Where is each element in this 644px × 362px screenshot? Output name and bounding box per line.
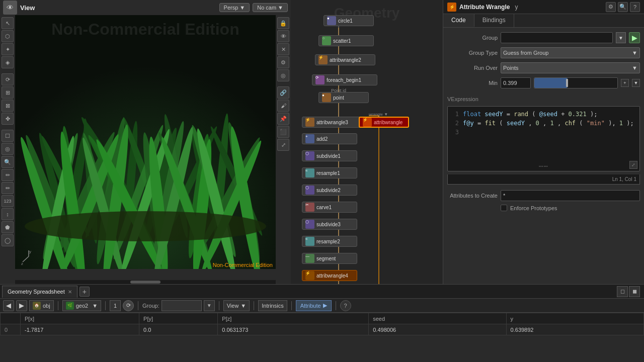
group-type-dropdown[interactable]: Guess from Group ▼ bbox=[501, 47, 640, 58]
geo-dropdown[interactable]: 🌿 geo2 ▼ bbox=[62, 300, 101, 311]
enforce-checkbox[interactable] bbox=[501, 205, 507, 211]
back-btn[interactable]: ◀ bbox=[3, 300, 14, 311]
vex-line-2: 2 f@y = fit ( seedY , 0 , 1 , chf ( bbox=[451, 119, 636, 128]
group-dropdown-btn[interactable]: ▼ bbox=[616, 32, 626, 43]
spreadsheet-tabs: Geometry Spreadsheet ✕ + ◻ ◼ bbox=[0, 285, 644, 299]
separator-1 bbox=[58, 301, 58, 310]
expand-tool[interactable]: ⤢ bbox=[277, 139, 289, 151]
node-segment1[interactable]: — segment bbox=[302, 253, 357, 264]
node-attribwrangle2[interactable]: ⚡ attribwrangle2 bbox=[315, 54, 375, 65]
persp-button[interactable]: Persp ▼ bbox=[219, 3, 250, 12]
attribute-btn[interactable]: Attribute ▶ bbox=[296, 300, 332, 311]
node-scatter1[interactable]: ⁘ scatter1 bbox=[318, 35, 374, 46]
snap-buttons: ◻ ◼ bbox=[617, 286, 640, 297]
svg-text:y: y bbox=[29, 249, 31, 254]
lock-tool[interactable]: 🔒 bbox=[277, 17, 289, 29]
select-tool-3[interactable]: ✦ bbox=[2, 43, 14, 55]
spreadsheet-table: P[x] P[y] P[z] seed y 0 -1.7817 0.0 0.06… bbox=[0, 313, 644, 335]
viewport: 👁 View Persp ▼ No cam ▼ ↖ ⬡ ✦ ◈ ⟳ ⊞ ⊠ ✤ bbox=[0, 0, 291, 284]
select-tool-4[interactable]: ◈ bbox=[2, 56, 14, 68]
gear-tool[interactable]: ⚙ bbox=[277, 56, 289, 68]
spreadsheet-table-wrap: P[x] P[y] P[z] seed y 0 -1.7817 0.0 0.06… bbox=[0, 313, 644, 362]
node-subdivide1[interactable]: ⬡ subdivide1 bbox=[302, 150, 357, 161]
table-header-row: P[x] P[y] P[z] seed y bbox=[1, 313, 644, 324]
node-point1[interactable]: ● point bbox=[318, 92, 369, 103]
panel-titlebar: ⚡ Attribute Wrangle y ⚙ 🔍 ? bbox=[443, 0, 644, 14]
tool9[interactable]: ✏ bbox=[2, 169, 14, 181]
x-tool[interactable]: ✕ bbox=[277, 43, 289, 55]
node-attribwrangle4[interactable]: ⚡ attribwrangle4 bbox=[302, 270, 357, 281]
tool14[interactable]: ◯ bbox=[2, 234, 14, 246]
tab-bindings[interactable]: Bindings bbox=[474, 14, 514, 27]
tool13[interactable]: ⬟ bbox=[2, 221, 14, 233]
min-slider[interactable] bbox=[534, 77, 618, 88]
snap-btn-1[interactable]: ◻ bbox=[617, 286, 628, 297]
search-icon[interactable]: 🔍 bbox=[618, 2, 628, 12]
axis-label: z y bbox=[20, 248, 38, 266]
snap-tool[interactable]: ◎ bbox=[277, 69, 289, 81]
add-tab-btn[interactable]: + bbox=[79, 287, 90, 297]
help-btn[interactable]: ? bbox=[340, 300, 351, 311]
select2-tool[interactable]: ⬛ bbox=[277, 126, 289, 138]
filter-btn[interactable]: ▼ bbox=[204, 300, 215, 311]
min-row: Min 0.399 + ▼ bbox=[447, 77, 640, 89]
node-resample2[interactable]: ≈ resample2 bbox=[302, 236, 357, 247]
snap-btn-2[interactable]: ◼ bbox=[629, 286, 640, 297]
viewport-scrollbar-h[interactable] bbox=[15, 280, 276, 284]
enforce-row: Enforce Prototypes bbox=[447, 205, 640, 211]
panel-title-icons: ⚙ 🔍 ? bbox=[606, 2, 640, 12]
tool5[interactable]: ✤ bbox=[2, 113, 14, 125]
tool8[interactable]: 🔍 bbox=[2, 156, 14, 168]
tool6[interactable]: ☐ bbox=[2, 130, 14, 142]
sheet-tab-close[interactable]: ✕ bbox=[68, 289, 72, 295]
panel-title-sub: y bbox=[515, 4, 518, 11]
tab-code[interactable]: Code bbox=[443, 14, 474, 27]
vex-expand-btn[interactable]: ⤢ bbox=[629, 161, 637, 169]
snap2-tool[interactable]: 🔗 bbox=[277, 86, 289, 99]
spreadsheet-tab[interactable]: Geometry Spreadsheet ✕ bbox=[2, 286, 77, 298]
more-icon[interactable]: ▼ bbox=[632, 79, 640, 87]
node-resample1[interactable]: ≈ resample1 bbox=[302, 167, 357, 178]
viewport-left-toolbar: ↖ ⬡ ✦ ◈ ⟳ ⊞ ⊠ ✤ ☐ ◎ 🔍 ✏ ✏ 123 ↕ ⬟ ◯ bbox=[0, 15, 15, 269]
tool12[interactable]: ↕ bbox=[2, 208, 14, 220]
refresh-btn[interactable]: ⟳ bbox=[123, 300, 134, 311]
node-attribwrangle-selected[interactable]: ⚡ attribwrangle bbox=[359, 117, 409, 128]
node-add2[interactable]: + add2 bbox=[302, 133, 357, 144]
tool11[interactable]: 123 bbox=[2, 195, 14, 207]
settings-icon[interactable]: ⚙ bbox=[606, 2, 616, 12]
group-dropdown[interactable] bbox=[501, 32, 613, 43]
select-tool[interactable]: ↖ bbox=[2, 17, 14, 29]
pin-tool[interactable]: 📌 bbox=[277, 113, 289, 125]
node-circle1[interactable]: ● circle1 bbox=[324, 15, 374, 26]
expand-icon[interactable]: + bbox=[621, 79, 629, 87]
node-subdivide3[interactable]: ⬡ subdivide3 bbox=[302, 219, 357, 230]
run-over-dropdown[interactable]: Points ▼ bbox=[501, 62, 640, 73]
node-subdivide2[interactable]: ⬡ subdivide2 bbox=[302, 185, 357, 196]
view-dropdown[interactable]: View ▼ bbox=[223, 300, 250, 311]
scale-tool[interactable]: ⊠ bbox=[2, 100, 14, 112]
attr-create-input[interactable] bbox=[501, 190, 640, 201]
node-path-dropdown[interactable]: 🏠 obj bbox=[29, 300, 54, 311]
vex-editor[interactable]: 1 float seedY = rand ( @seed + 0.321 ); bbox=[447, 106, 640, 171]
paint-tool[interactable]: 🖌 bbox=[277, 100, 289, 112]
rotate-tool[interactable]: ⊞ bbox=[2, 86, 14, 99]
node-graph[interactable]: Geometry ● bbox=[291, 0, 443, 284]
tool10[interactable]: ✏ bbox=[2, 182, 14, 194]
forward-btn[interactable]: ▶ bbox=[16, 300, 27, 311]
svg-text:z: z bbox=[21, 261, 23, 265]
help-icon[interactable]: ? bbox=[630, 2, 640, 12]
nce-label: Non-Commercial Edition bbox=[213, 262, 273, 268]
group-dropdown[interactable] bbox=[162, 300, 202, 311]
select-tool-2[interactable]: ⬡ bbox=[2, 30, 14, 42]
node-foreach-begin1[interactable]: ⟳ foreach_begin1 bbox=[312, 74, 377, 85]
min-value[interactable]: 0.399 bbox=[501, 77, 531, 88]
vis-tool[interactable]: 👁 bbox=[277, 30, 289, 42]
intrinsics-btn[interactable]: Intrinsics bbox=[258, 300, 287, 311]
group-go-btn[interactable]: ▶ bbox=[629, 32, 640, 43]
node-attribwrangle3[interactable]: ⚡ attribwrangle3 bbox=[302, 117, 362, 128]
cell-y: 0.639892 bbox=[506, 324, 643, 335]
move-tool[interactable]: ⟳ bbox=[2, 73, 14, 85]
tool7[interactable]: ◎ bbox=[2, 143, 14, 155]
cam-button[interactable]: No cam ▼ bbox=[253, 3, 288, 12]
node-carve1[interactable]: ✂ carve1 bbox=[302, 202, 357, 213]
